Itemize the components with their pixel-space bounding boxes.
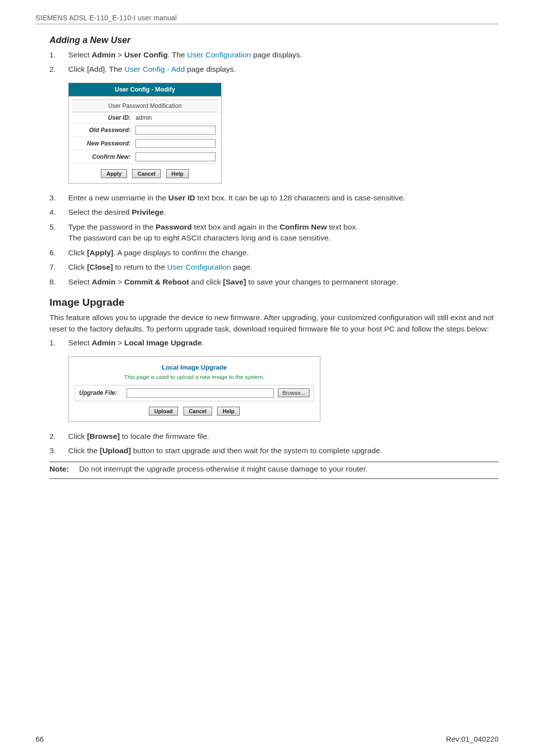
text-bold: Local Image Upgrade: [124, 338, 202, 347]
step-number: 3.: [49, 445, 68, 456]
note-line: Note: Do not interrupt the upgrade proce…: [49, 465, 498, 473]
step-number: 8.: [49, 277, 68, 287]
step-number: 3.: [49, 192, 68, 203]
step-number: 1.: [49, 337, 68, 348]
text: Type the password in the: [68, 223, 156, 231]
steps-list-1b: 3. Enter a new username in the User ID t…: [49, 192, 498, 287]
upgrade-file-field[interactable]: [127, 388, 274, 398]
help-button[interactable]: Help: [166, 169, 189, 178]
step-body: Select Admin > User Config. The User Con…: [68, 49, 498, 60]
text-bold: Admin: [91, 50, 115, 59]
text-bold: [Upload]: [100, 446, 131, 455]
steps-list-2: 1. Select Admin > Local Image Upgrade.: [49, 337, 498, 348]
figure-title: Local Image Upgrade: [75, 362, 314, 374]
figure-user-config-modify: User Config - Modify User Password Modif…: [68, 83, 222, 184]
value-user-id: admin: [133, 112, 218, 124]
label-user-id: User ID:: [72, 112, 133, 124]
text: page.: [231, 263, 252, 271]
step-1: 1. Select Admin > Local Image Upgrade.: [49, 337, 498, 348]
figure-subtitle: User Password Modification: [72, 99, 218, 112]
step-number: 7.: [49, 262, 68, 273]
old-password-field[interactable]: [135, 126, 216, 135]
text: page displays.: [251, 50, 302, 59]
step-number: 2.: [49, 64, 68, 75]
button-row: Apply Cancel Help: [72, 164, 218, 178]
step-body: Select Admin > Local Image Upgrade.: [68, 337, 498, 348]
label-new-password: New Password:: [72, 137, 133, 150]
section-title-adding-user: Adding a New User: [49, 35, 498, 46]
label-upgrade-file: Upgrade File:: [79, 389, 127, 396]
step-body: Click [Apply]. A page displays to confir…: [68, 247, 498, 258]
upgrade-file-row: Upgrade File: Browse...: [75, 385, 314, 401]
upload-button[interactable]: Upload: [149, 407, 178, 416]
new-password-field[interactable]: [135, 139, 216, 148]
text: text box. It can be up to 128 characters…: [195, 193, 405, 202]
text: text box and again in the: [192, 223, 280, 231]
text-bold: User Config: [124, 50, 168, 59]
step-7: 7. Click [Close] to return to the User C…: [49, 262, 498, 273]
section-title-image-upgrade: Image Upgrade: [49, 296, 498, 308]
figure-subtitle: This page is used to upload a new image …: [75, 374, 314, 385]
text-bold: Password: [156, 223, 192, 231]
figure-title: User Config - Modify: [69, 83, 221, 96]
step-body: Select Admin > Commit & Reboot and click…: [68, 277, 498, 287]
text-bold: [Close]: [87, 263, 113, 271]
text: page displays.: [185, 65, 236, 73]
step-body: Click [Add]. The User Config - Add page …: [68, 64, 498, 75]
browse-button[interactable]: Browse...: [278, 388, 310, 397]
step-3: 3. Enter a new username in the User ID t…: [49, 192, 498, 203]
apply-button[interactable]: Apply: [101, 169, 127, 178]
text: The password can be up to eight ASCII ch…: [68, 234, 331, 242]
step-5: 5. Type the password in the Password tex…: [49, 222, 498, 244]
link-user-configuration[interactable]: User Configuration: [167, 263, 231, 271]
steps-list-2b: 2. Click [Browse] to locate the firmware…: [49, 431, 498, 457]
step-number: 6.: [49, 247, 68, 258]
link-user-configuration[interactable]: User Configuration: [187, 50, 251, 59]
text: button to start upgrade and then wait fo…: [131, 446, 382, 455]
step-body: Click [Close] to return to the User Conf…: [68, 262, 498, 273]
text: Enter a new username in the: [68, 193, 168, 202]
text: Click: [68, 248, 87, 257]
text: to return to the: [113, 263, 167, 271]
step-number: 2.: [49, 431, 68, 442]
label-old-password: Old Password:: [72, 123, 133, 137]
table-row: Confirm New:: [72, 150, 218, 163]
paragraph: This feature allows you to upgrade the d…: [49, 312, 498, 334]
step-number: 4.: [49, 207, 68, 218]
text: >: [116, 278, 125, 286]
text: Click: [68, 263, 87, 271]
text-bold: Commit & Reboot: [124, 278, 189, 286]
header-rule: [36, 24, 498, 24]
text-bold: User ID: [168, 193, 195, 202]
cancel-button[interactable]: Cancel: [183, 407, 212, 416]
label-confirm-new: Confirm New:: [72, 150, 133, 163]
text: Click [Add]. The: [68, 65, 124, 73]
confirm-new-field[interactable]: [135, 152, 216, 161]
revision: Rev:01_040220: [446, 735, 498, 743]
step-2: 2. Click [Browse] to locate the firmware…: [49, 431, 498, 442]
help-button[interactable]: Help: [217, 407, 240, 416]
step-3: 3. Click the [Upload] button to start up…: [49, 445, 498, 456]
text: Click the: [68, 446, 100, 455]
text-bold: Admin: [91, 338, 115, 347]
page-number: 66: [36, 735, 44, 743]
cancel-button[interactable]: Cancel: [132, 169, 161, 178]
text: and click: [189, 278, 223, 286]
text: Select: [68, 338, 91, 347]
link-user-config-add[interactable]: User Config - Add: [124, 65, 184, 73]
text: Select: [68, 50, 91, 59]
text: >: [116, 338, 125, 347]
button-row: Upload Cancel Help: [75, 401, 314, 416]
step-body: Click [Browse] to locate the firmware fi…: [68, 431, 498, 442]
text: Click: [68, 432, 87, 440]
text: .: [202, 338, 204, 347]
figure-table: User ID: admin Old Password: New Passwor…: [72, 112, 218, 164]
step-2: 2. Click [Add]. The User Config - Add pa…: [49, 64, 498, 75]
text-bold: Admin: [91, 278, 115, 286]
text: . The: [168, 50, 187, 59]
step-body: Type the password in the Password text b…: [68, 222, 498, 244]
step-number: 1.: [49, 49, 68, 60]
note-label: Note:: [49, 465, 79, 473]
page-header: SIEMENS ADSL E-110_E-110-I user manual: [36, 14, 498, 22]
step-8: 8. Select Admin > Commit & Reboot and cl…: [49, 277, 498, 287]
